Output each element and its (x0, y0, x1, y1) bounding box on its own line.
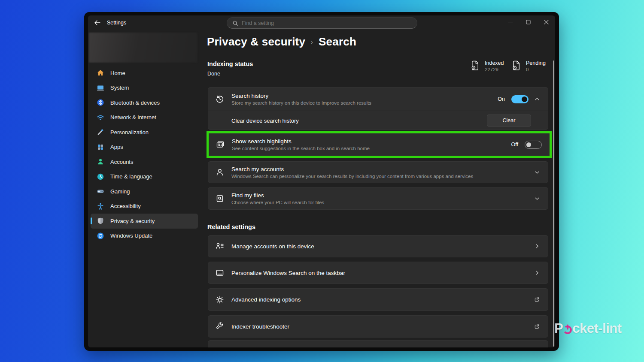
search-my-accounts-card[interactable]: Search my accounts Windows Search can pe… (208, 161, 548, 183)
document-check-icon (470, 60, 480, 71)
back-button[interactable] (91, 17, 104, 29)
desktop-background: { "colors": { "accent": "#4cc2ff", "high… (0, 0, 644, 362)
sidebar-item-home[interactable]: Home (91, 66, 198, 81)
advanced-indexing-options-row[interactable]: Advanced indexing options (208, 288, 548, 311)
indexed-count: 22729 (485, 67, 504, 72)
clear-button[interactable]: Clear (487, 115, 531, 127)
sidebar-item-privacy-security[interactable]: Privacy & security (91, 214, 198, 229)
sidebar-nav: Home System Bluetooth & devices Network … (91, 66, 198, 243)
show-search-highlights-title: Show search highlights (232, 138, 504, 145)
search-history-toggle[interactable] (511, 95, 529, 103)
search-history-row[interactable]: Search history Store my search history o… (208, 87, 548, 111)
pending-stat: Pending 0 (511, 60, 546, 72)
sidebar-item-label: Gaming (110, 188, 130, 195)
search-history-subtitle: Store my search history on this device t… (231, 100, 491, 106)
sidebar-item-network[interactable]: Network & internet (91, 110, 198, 125)
watermark-text-prefix: P (554, 321, 563, 336)
system-icon (96, 84, 104, 92)
time-language-icon (96, 172, 104, 181)
search-icon (232, 20, 238, 26)
sidebar-item-time-language[interactable]: Time & language (91, 169, 198, 184)
page-title: Search (319, 35, 356, 48)
external-link-icon (534, 323, 540, 330)
chevron-down-icon[interactable] (534, 196, 540, 202)
search-input[interactable] (242, 20, 412, 26)
back-arrow-icon (94, 19, 101, 26)
chevron-right-icon (534, 243, 540, 249)
search-my-accounts-subtitle: Windows Search can personalize your sear… (231, 174, 527, 179)
show-search-highlights-toggle[interactable] (525, 141, 542, 149)
show-search-highlights-row[interactable]: Show search highlights See content sugge… (209, 133, 550, 156)
advanced-indexing-options-label: Advanced indexing options (231, 296, 527, 303)
partial-row (208, 340, 548, 347)
sidebar-item-label: System (110, 84, 129, 91)
window-controls (501, 15, 555, 28)
power-button-icon (563, 323, 572, 335)
indexed-label: Indexed (485, 60, 504, 66)
manage-accounts-label: Manage accounts on this device (231, 243, 527, 250)
sidebar-item-windows-update[interactable]: Windows Update (91, 229, 198, 244)
search-highlights-icon (215, 140, 225, 149)
app-title: Settings (107, 20, 126, 26)
sidebar-item-bluetooth[interactable]: Bluetooth & devices (91, 95, 198, 110)
breadcrumb-parent[interactable]: Privacy & security (207, 35, 305, 48)
personalize-search-taskbar-row[interactable]: Personalize Windows Search on the taskba… (208, 262, 548, 284)
document-clock-icon (511, 60, 521, 71)
indexing-status-value: Done (207, 71, 220, 77)
search-history-state: On (498, 96, 505, 102)
sidebar-item-label: Windows Update (110, 232, 152, 239)
sidebar-item-label: Accessibility (110, 203, 141, 209)
chevron-down-icon[interactable] (534, 169, 540, 175)
show-search-highlights-state: Off (511, 142, 518, 148)
sidebar-item-accounts[interactable]: Accounts (91, 154, 198, 169)
user-profile-blurred (89, 33, 197, 63)
maximize-button[interactable] (519, 15, 537, 28)
vertical-scrollbar[interactable] (553, 60, 554, 347)
external-link-icon (534, 296, 540, 303)
find-my-files-card[interactable]: Find my files Choose where your PC will … (208, 187, 548, 210)
close-button[interactable] (537, 15, 555, 28)
minimize-button[interactable] (501, 15, 519, 28)
personalize-search-taskbar-label: Personalize Windows Search on the taskba… (231, 270, 527, 276)
sidebar-item-personalization[interactable]: Personalization (91, 125, 198, 140)
history-icon (215, 94, 225, 104)
sidebar-item-label: Accounts (110, 159, 133, 165)
chevron-up-icon[interactable] (534, 96, 540, 102)
home-icon (96, 69, 104, 77)
network-icon (96, 113, 104, 121)
pending-label: Pending (526, 60, 546, 66)
indexer-troubleshooter-row[interactable]: Indexer troubleshooter (208, 315, 548, 338)
apps-icon (96, 143, 104, 151)
accounts-icon (96, 158, 104, 166)
sidebar-item-label: Network & internet (110, 114, 156, 121)
sidebar-item-accessibility[interactable]: Accessibility (91, 199, 198, 214)
settings-window: Settings Home (84, 12, 559, 351)
clear-history-label: Clear device search history (231, 118, 487, 124)
manage-accounts-row[interactable]: Manage accounts on this device (208, 235, 548, 257)
indexer-troubleshooter-label: Indexer troubleshooter (231, 323, 527, 330)
pocketlint-watermark: P cket-lint (554, 321, 622, 336)
taskbar-icon (215, 268, 225, 278)
sidebar-item-label: Bluetooth & devices (110, 100, 160, 106)
sidebar-item-label: Apps (110, 144, 123, 150)
gaming-icon (96, 187, 104, 196)
settings-search-box[interactable] (227, 17, 417, 29)
accessibility-icon (96, 202, 104, 210)
search-history-title: Search history (231, 93, 491, 99)
sidebar-item-apps[interactable]: Apps (91, 140, 198, 155)
pending-count: 0 (526, 67, 546, 72)
sidebar-item-gaming[interactable]: Gaming (91, 184, 198, 199)
indexed-stat: Indexed 22729 (470, 60, 504, 72)
bluetooth-icon (96, 99, 104, 107)
sidebar-item-system[interactable]: System (91, 81, 198, 96)
related-settings-header: Related settings (207, 223, 255, 230)
people-list-icon (215, 241, 225, 251)
breadcrumb: Privacy & security › Search (207, 35, 356, 48)
highlight-box: Show search highlights See content sugge… (207, 131, 552, 158)
sidebar-item-label: Time & language (110, 173, 152, 180)
wrench-icon (215, 322, 225, 331)
windows-update-icon (96, 232, 104, 240)
personalization-icon (96, 128, 104, 136)
find-my-files-subtitle: Choose where your PC will search for fil… (231, 200, 527, 205)
search-history-card: Search history Store my search history o… (208, 87, 548, 130)
